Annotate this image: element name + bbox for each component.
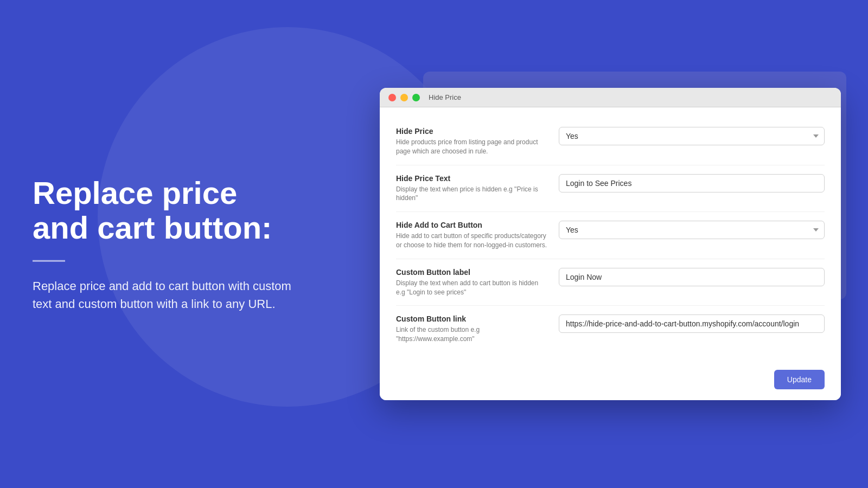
input-custom-link[interactable]	[559, 314, 825, 333]
sub-text: Replace price and add to cart button wit…	[33, 277, 304, 312]
form-footer: Update	[380, 363, 841, 400]
form-row-custom-link: Custom Button link Link of the custom bu…	[396, 306, 825, 352]
label-hide-price: Hide Price	[396, 127, 548, 136]
desc-hide-cart: Hide add to cart button of specific prod…	[396, 232, 548, 250]
form-row-hide-price: Hide Price Hide products price from list…	[396, 118, 825, 165]
form-row-hide-price-text: Hide Price Text Display the text when pr…	[396, 165, 825, 213]
desc-custom-label: Display the text when add to cart button…	[396, 279, 548, 297]
desc-hide-price-text: Display the text when price is hidden e.…	[396, 185, 548, 203]
form-label-group-hide-price-text: Hide Price Text Display the text when pr…	[396, 174, 548, 203]
input-group-hide-price-text	[559, 174, 825, 192]
form-label-group-custom-link: Custom Button link Link of the custom bu…	[396, 314, 548, 344]
form-label-group-custom-label: Custom Button label Display the text whe…	[396, 268, 548, 297]
input-hide-price-text[interactable]	[559, 174, 825, 192]
label-custom-link: Custom Button link	[396, 314, 548, 323]
browser-window: Hide Price Hide Price Hide products pric…	[380, 88, 841, 400]
form-container: Hide Price Hide products price from list…	[380, 107, 841, 363]
label-hide-cart: Hide Add to Cart Button	[396, 221, 548, 229]
form-label-group-hide-cart: Hide Add to Cart Button Hide add to cart…	[396, 221, 548, 250]
label-hide-price-text: Hide Price Text	[396, 174, 548, 183]
input-group-hide-cart: Yes No	[559, 221, 825, 239]
select-hide-cart[interactable]: Yes No	[559, 221, 825, 239]
browser-content: Hide Price Hide products price from list…	[380, 107, 841, 400]
form-label-group-hide-price: Hide Price Hide products price from list…	[396, 127, 548, 156]
window-maximize-dot[interactable]	[412, 94, 420, 101]
browser-titlebar: Hide Price	[380, 88, 841, 107]
browser-title: Hide Price	[429, 93, 461, 101]
input-group-custom-label	[559, 268, 825, 286]
left-panel: Replace price and cart button: Replace p…	[33, 176, 304, 313]
select-hide-price[interactable]: Yes No	[559, 127, 825, 145]
desc-custom-link: Link of the custom button e.g "https://w…	[396, 325, 548, 344]
form-row-hide-cart: Hide Add to Cart Button Hide add to cart…	[396, 212, 825, 259]
input-group-hide-price: Yes No	[559, 127, 825, 145]
input-custom-label[interactable]	[559, 268, 825, 286]
label-custom-label: Custom Button label	[396, 268, 548, 277]
form-row-custom-label: Custom Button label Display the text whe…	[396, 259, 825, 306]
update-button[interactable]: Update	[774, 370, 825, 389]
input-group-custom-link	[559, 314, 825, 333]
window-close-dot[interactable]	[388, 94, 396, 101]
right-panel: Hide Price Hide Price Hide products pric…	[380, 88, 841, 400]
main-heading: Replace price and cart button:	[33, 176, 304, 245]
desc-hide-price: Hide products price from listing page an…	[396, 138, 548, 156]
window-minimize-dot[interactable]	[400, 94, 408, 101]
divider	[33, 260, 65, 261]
